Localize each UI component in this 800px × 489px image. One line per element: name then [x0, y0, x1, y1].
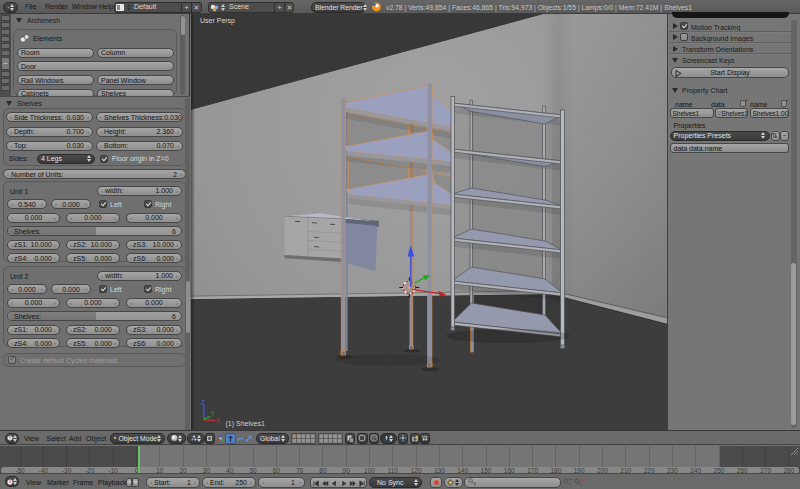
- svg-text:(1) Shelves1: (1) Shelves1: [226, 420, 265, 428]
- svg-text:Z: Z: [201, 399, 205, 406]
- svg-text:User Persp: User Persp: [200, 17, 235, 25]
- svg-text:X: X: [216, 417, 221, 424]
- svg-text:Y: Y: [211, 410, 216, 417]
